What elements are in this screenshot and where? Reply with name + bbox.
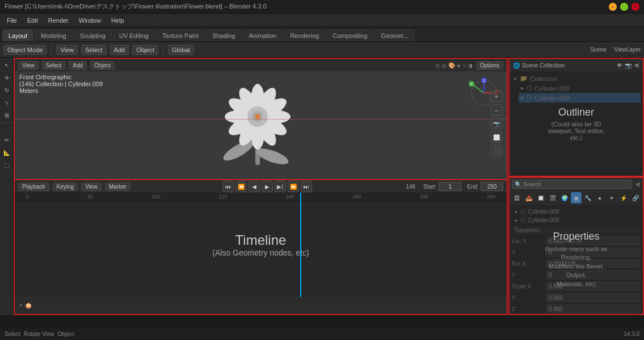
object-mode-selector[interactable]: Object Mode (3, 45, 47, 55)
menu-edit[interactable]: Edit (23, 16, 43, 25)
world-props-icon[interactable]: 🌍 (559, 192, 570, 203)
output-properties-icon[interactable]: 📤 (524, 192, 534, 203)
timeline-header: Playback Keying View Marker ⏮ ⏪ ◀ ▶ ▶| ⏩… (15, 180, 507, 193)
frame-numbers: 0 50 100 120 140 160 200 250 (15, 193, 507, 199)
workspace-tabs: Layout Modeling Sculpting UV Editing Tex… (0, 27, 644, 42)
tree-item-cylinder2[interactable]: ▸ ⬡ Cylinder.009 (519, 93, 641, 103)
outliner-eye-icon[interactable]: 👁 (617, 62, 622, 69)
menu-help[interactable]: Help (107, 16, 129, 25)
end-frame-input[interactable]: 250 (481, 182, 503, 191)
tab-compositing[interactable]: Compositing (326, 29, 373, 41)
jump-next-button[interactable]: ⏩ (288, 181, 299, 192)
jump-start-button[interactable]: ⏮ (222, 181, 234, 192)
tab-geometry[interactable]: Geomet... (374, 29, 414, 41)
jump-prev-button[interactable]: ⏪ (235, 181, 247, 192)
view-perspective-button[interactable]: ⬜ (491, 131, 502, 143)
keying-menu[interactable]: Keying (53, 182, 78, 191)
center-area: View Select Add Object ⊙◎🎨●○◑ Options Fr… (14, 58, 508, 315)
tool-rotate[interactable]: ↻ (2, 85, 12, 95)
outliner-camera-icon[interactable]: 📷 (625, 62, 632, 69)
tree-item-cylinder1[interactable]: ▸ ⬡ Cylinder.009 (519, 83, 641, 93)
local-view-button[interactable]: ⬛ (491, 145, 502, 156)
viewport[interactable]: View Select Add Object ⊙◎🎨●○◑ Options Fr… (14, 58, 508, 179)
prop-tree-cylinder2[interactable]: ▸ ⬡ Cylinder.009 (512, 216, 641, 224)
scene-props-icon[interactable]: 🎬 (547, 192, 558, 203)
tool-move[interactable]: ✛ (2, 73, 12, 83)
zoom-in-button[interactable]: + (491, 91, 502, 102)
vp-view-menu[interactable]: View (18, 61, 39, 70)
next-frame-button[interactable]: ▶| (275, 181, 286, 192)
object-menu[interactable]: Object (132, 45, 158, 55)
tl-view-menu[interactable]: View (81, 182, 102, 191)
menu-render[interactable]: Render (44, 16, 73, 25)
tab-animation[interactable]: Animation (243, 29, 283, 41)
tree-item-collection[interactable]: ▸ 📁 Collection (512, 74, 641, 83)
start-frame-input[interactable]: 1 (439, 182, 461, 191)
vp-add-menu[interactable]: Add (69, 61, 87, 70)
tab-shading[interactable]: Shading (206, 29, 241, 41)
tool-measure[interactable]: 📐 (2, 147, 12, 158)
tab-rendering[interactable]: Rendering (284, 29, 325, 41)
select-menu[interactable]: Select (81, 45, 107, 55)
add-menu[interactable]: Add (110, 45, 129, 55)
timeline[interactable]: Playback Keying View Marker ⏮ ⏪ ◀ ▶ ▶| ⏩… (14, 179, 508, 315)
zoom-out-button[interactable]: – (491, 104, 502, 116)
physics-icon[interactable]: ⚡ (618, 192, 629, 203)
particles-icon[interactable]: ✦ (607, 192, 617, 203)
transform-section[interactable]: Transform (512, 226, 641, 235)
shader-icon[interactable]: ● (595, 192, 605, 203)
tab-texture-paint[interactable]: Texture Paint (156, 29, 205, 41)
vp-select-menu[interactable]: Select (42, 61, 66, 70)
prev-frame-button[interactable]: ◀ (249, 181, 260, 192)
prop-tree-cylinder1[interactable]: ▸ ⬡ Cylinder.009 (512, 207, 641, 216)
tool-scale[interactable]: ⤡ (2, 97, 12, 108)
tool-cursor[interactable]: ↖ (2, 60, 12, 70)
tool-box-select[interactable]: ⬚ (2, 160, 12, 170)
playback-menu[interactable]: Playback (18, 182, 49, 191)
marker-menu[interactable]: Marker (105, 182, 131, 191)
vp-options[interactable]: Options (476, 61, 503, 70)
right-panel: 🌐 Scene Collection 👁 📷 ⫷ Outliner (Could… (508, 58, 644, 315)
tab-uv-editing[interactable]: UV Editing (113, 29, 155, 41)
tab-layout[interactable]: Layout (2, 29, 33, 41)
menu-file[interactable]: File (2, 16, 22, 25)
playhead[interactable] (300, 193, 301, 297)
object-props-icon[interactable]: ▣ (571, 192, 582, 203)
minimize-button[interactable]: – (609, 3, 617, 11)
rotation-y-value[interactable]: 0 (546, 270, 641, 279)
current-frame-display: 146 (406, 184, 415, 190)
scale-x-value[interactable]: 0.980 (546, 282, 641, 291)
outliner-title-label: Scene Collection (522, 62, 567, 69)
window-controls: – □ × (609, 3, 639, 11)
tab-modeling[interactable]: Modeling (35, 29, 73, 41)
view-menu[interactable]: View (56, 45, 78, 55)
filter-icon[interactable]: ⫷ (635, 181, 641, 188)
properties-search-box[interactable]: 🔍 Search (512, 180, 632, 189)
view-camera-button[interactable]: 📷 (491, 118, 502, 129)
timeline-label: Timeline (Also Geometry nodes, etc) (212, 232, 309, 257)
vp-object-menu[interactable]: Object (90, 61, 115, 70)
outliner-filter-icon[interactable]: ⫷ (634, 62, 639, 69)
scale-z-row: Z 0.980 (512, 304, 641, 314)
scale-z-value[interactable]: 0.980 (546, 304, 641, 313)
maximize-button[interactable]: □ (620, 3, 628, 11)
view-layer-icon[interactable]: 🔲 (536, 192, 546, 203)
scale-y-value[interactable]: 0.980 (546, 293, 641, 302)
menu-window[interactable]: Window (74, 16, 106, 25)
properties-icon-bar: 🖼 📤 🔲 🎬 🌍 ▣ 🔧 ● ✦ ⚡ 🔗 (510, 190, 643, 205)
search-icon: 🔍 (515, 181, 521, 188)
tool-transform[interactable]: ⊞ (2, 110, 12, 120)
modifiers-icon[interactable]: 🔧 (583, 192, 594, 203)
jump-end-button[interactable]: ⏭ (301, 181, 312, 192)
location-y-value[interactable]: 0 (546, 248, 641, 257)
tab-sculpting[interactable]: Sculpting (74, 29, 112, 41)
status-bar: Select Rotate View Object 14.3.0 (0, 328, 644, 340)
constraints-icon[interactable]: 🔗 (630, 192, 641, 203)
tool-annotate[interactable]: ✏ (2, 135, 12, 145)
location-x-value[interactable]: 0.0627447 m (546, 236, 641, 245)
play-button[interactable]: ▶ (262, 181, 273, 192)
close-button[interactable]: × (632, 3, 639, 11)
global-selector[interactable]: Global (168, 45, 194, 55)
render-properties-icon[interactable]: 🖼 (512, 192, 523, 203)
rotation-x-value[interactable]: 0.0000028 (546, 259, 641, 268)
